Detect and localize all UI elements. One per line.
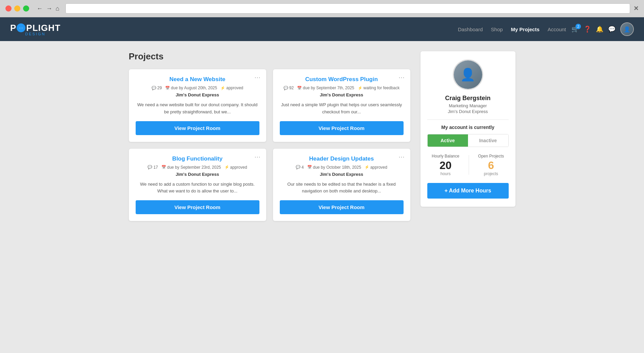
help-icon[interactable]: ❓ (584, 25, 591, 33)
logo-design-text: DESIGN (25, 32, 45, 36)
project-company-1: Jim's Donut Express (136, 92, 259, 97)
cart-icon[interactable]: 🛒 2 (571, 25, 579, 33)
project-title-4: Header Design Updates (280, 155, 404, 162)
user-avatar-nav[interactable]: 👤 (620, 22, 634, 36)
logo[interactable]: P ··· PLIGHT DESIGN (10, 23, 61, 36)
comment-count-4: 💬 4 (296, 165, 304, 170)
comment-icon-2: 💬 (284, 86, 288, 90)
divider (427, 119, 509, 120)
traffic-lights (5, 5, 29, 12)
calendar-icon-3: 📅 (161, 165, 166, 169)
project-company-3: Jim's Donut Express (136, 172, 259, 177)
due-date-3: 📅 due by September 23rd, 2025 (161, 165, 221, 170)
project-title-3: Blog Functionality (136, 155, 259, 162)
status-badge-2: ⚡ waiting for feedback (358, 86, 400, 90)
address-bar[interactable] (65, 3, 630, 14)
open-projects-label: Open Projects (478, 154, 504, 159)
project-card-3: ··· Blog Functionality 💬 17 📅 due by Sep… (129, 149, 266, 221)
stats-divider (469, 155, 469, 175)
open-projects-unit: projects (478, 171, 504, 176)
comment-count-1: 💬 29 (152, 86, 162, 90)
active-status-button[interactable]: Active (428, 134, 468, 147)
browser-chrome: ← → ⌂ ✕ (0, 0, 644, 17)
profile-role: Marketing Manager (427, 103, 509, 108)
status-toggle: Active Inactive (427, 134, 509, 147)
forward-arrow[interactable]: → (46, 5, 52, 12)
back-arrow[interactable]: ← (37, 5, 43, 12)
notifications-icon[interactable]: 🔔 (596, 25, 603, 33)
view-project-btn-1[interactable]: View Project Room (136, 121, 259, 135)
avatar-image: 👤 (454, 60, 482, 89)
maximize-traffic-light[interactable] (23, 5, 29, 12)
projects-area: Projects ··· Need a New Website 💬 29 📅 d… (129, 51, 410, 221)
project-title-1: Need a New Website (136, 76, 259, 83)
card-menu-3[interactable]: ··· (254, 153, 260, 161)
hourly-balance-label: Hourly Balance (432, 154, 459, 159)
projects-grid: ··· Need a New Website 💬 29 📅 due by Aug… (129, 69, 410, 221)
home-icon[interactable]: ⌂ (56, 5, 59, 12)
account-status-title: My account is currently (427, 125, 509, 130)
nav-dashboard[interactable]: Dashboard (458, 26, 483, 32)
project-title-2: Custom WordPress Plugin (280, 76, 404, 83)
inactive-status-button[interactable]: Inactive (468, 134, 508, 147)
hourly-unit: hours (432, 171, 459, 176)
logo-p: P (10, 23, 16, 33)
project-desc-2: Just need a simple WP plugin that helps … (280, 101, 404, 116)
bolt-icon-3: ⚡ (225, 165, 229, 169)
page-title: Projects (129, 51, 410, 62)
avatar-image: 👤 (621, 23, 633, 35)
profile-avatar-area: 👤 (427, 59, 509, 90)
due-date-4: 📅 due by October 18th, 2025 (307, 165, 361, 170)
view-project-btn-4[interactable]: View Project Room (280, 200, 404, 214)
page-content: Projects ··· Need a New Website 💬 29 📅 d… (119, 51, 526, 221)
card-menu-1[interactable]: ··· (254, 74, 260, 81)
sidebar: 👤 Craig Bergstein Marketing Manager Jim'… (421, 51, 515, 221)
status-badge-4: ⚡ approved (365, 165, 387, 170)
project-meta-4: 💬 4 📅 due by October 18th, 2025 ⚡ approv… (280, 165, 404, 170)
card-menu-4[interactable]: ··· (398, 153, 405, 161)
comment-count-3: 💬 17 (148, 165, 158, 170)
cart-badge: 2 (575, 24, 581, 29)
project-meta-1: 💬 29 📅 due by August 20th, 2025 ⚡ approv… (136, 86, 259, 90)
project-meta-3: 💬 17 📅 due by September 23rd, 2025 ⚡ app… (136, 165, 259, 170)
browser-navigation: ← → ⌂ (37, 5, 59, 12)
status-badge-1: ⚡ approved (220, 86, 243, 90)
card-menu-2[interactable]: ··· (398, 74, 405, 81)
nav-my-projects[interactable]: My Projects (511, 26, 540, 32)
bolt-icon-4: ⚡ (365, 165, 369, 169)
logo-bubble: ··· (17, 23, 25, 32)
comment-icon-4: 💬 (296, 165, 300, 169)
project-card-1: ··· Need a New Website 💬 29 📅 due by Aug… (129, 69, 266, 142)
logo-dots-icon: ··· (19, 25, 23, 30)
close-traffic-light[interactable] (5, 5, 12, 12)
profile-card: 👤 Craig Bergstein Marketing Manager Jim'… (421, 51, 515, 207)
main-navbar: P ··· PLIGHT DESIGN Dashboard Shop My Pr… (0, 17, 644, 41)
calendar-icon-4: 📅 (307, 165, 312, 169)
project-meta-2: 💬 92 📅 due by September 7th, 2025 ⚡ wait… (280, 86, 404, 90)
messages-icon[interactable]: 💬 (608, 25, 616, 33)
bolt-icon-2: ⚡ (358, 86, 363, 90)
view-project-btn-3[interactable]: View Project Room (136, 200, 259, 214)
profile-avatar: 👤 (453, 59, 483, 90)
hourly-balance-value: 20 (432, 160, 459, 171)
comment-icon-3: 💬 (148, 165, 152, 169)
project-card-2: ··· Custom WordPress Plugin 💬 92 📅 due b… (273, 69, 410, 142)
stats-row: Hourly Balance 20 hours Open Projects 6 … (427, 154, 509, 176)
close-button[interactable]: ✕ (633, 5, 639, 12)
comment-count-2: 💬 92 (284, 86, 294, 90)
project-company-2: Jim's Donut Express (280, 92, 404, 97)
nav-account[interactable]: Account (548, 26, 566, 32)
project-card-4: ··· Header Design Updates 💬 4 📅 due by O… (273, 149, 410, 221)
add-more-hours-button[interactable]: + Add More Hours (427, 183, 509, 199)
project-desc-1: We need a new website built for our donu… (136, 101, 259, 116)
calendar-icon-1: 📅 (165, 86, 170, 90)
profile-company: Jim's Donut Express (427, 109, 509, 114)
minimize-traffic-light[interactable] (14, 5, 20, 12)
profile-name: Craig Bergstein (427, 95, 509, 102)
nav-icons: 🛒 2 ❓ 🔔 💬 👤 (571, 22, 634, 36)
bolt-icon-1: ⚡ (220, 86, 225, 90)
nav-shop[interactable]: Shop (491, 26, 503, 32)
view-project-btn-2[interactable]: View Project Room (280, 121, 404, 135)
open-projects-stat: Open Projects 6 projects (478, 154, 504, 176)
comment-icon-1: 💬 (152, 86, 156, 90)
